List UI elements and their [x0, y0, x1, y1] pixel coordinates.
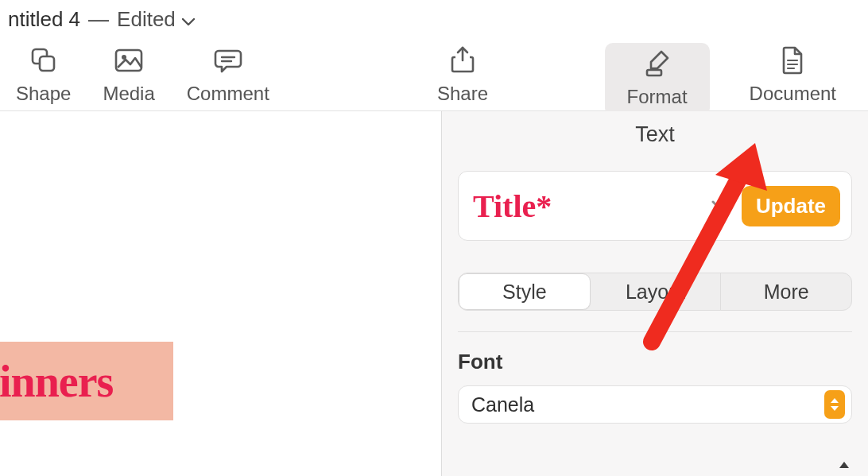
- divider: [458, 331, 852, 332]
- font-family-value: Canela: [471, 393, 824, 416]
- stepper-icon[interactable]: [824, 390, 845, 419]
- inspector-title: Text: [442, 111, 868, 150]
- font-family-select[interactable]: Canela: [458, 385, 852, 424]
- shape-label: Shape: [16, 83, 71, 105]
- media-icon: [114, 45, 143, 76]
- font-section: Font Canela: [458, 350, 852, 424]
- inspector-tabs: Style Layout More: [458, 273, 852, 311]
- chevron-down-icon[interactable]: [708, 200, 732, 211]
- document-canvas[interactable]: inners: [0, 111, 441, 476]
- svg-rect-6: [647, 70, 661, 75]
- paragraph-style-name[interactable]: Title*: [473, 188, 699, 225]
- document-button[interactable]: Document: [734, 45, 852, 105]
- font-section-label: Font: [458, 350, 852, 374]
- share-label: Share: [437, 83, 488, 105]
- document-label: Document: [750, 83, 836, 105]
- chevron-down-icon[interactable]: [182, 7, 195, 32]
- paragraph-style-card: Title* Update: [458, 171, 852, 241]
- document-status[interactable]: Edited: [117, 7, 176, 32]
- comment-button[interactable]: Comment: [171, 45, 285, 105]
- chevron-up-icon[interactable]: [835, 462, 854, 474]
- tab-more[interactable]: More: [721, 273, 851, 310]
- main-area: inners Text Title* Update Style Layout M…: [0, 111, 868, 476]
- selected-text: inners: [0, 356, 113, 407]
- tab-layout[interactable]: Layout: [591, 273, 722, 310]
- document-title: ntitled 4: [8, 7, 80, 32]
- toolbar: Shape Media Comment: [0, 38, 868, 111]
- document-icon: [781, 45, 804, 76]
- inspector-panel: Text Title* Update Style Layout More Fon…: [441, 111, 868, 476]
- format-icon: [644, 48, 671, 79]
- format-button[interactable]: Format: [605, 43, 710, 116]
- tab-style[interactable]: Style: [459, 273, 591, 310]
- window-titlebar: ntitled 4 — Edited: [0, 0, 868, 38]
- update-style-button[interactable]: Update: [742, 186, 840, 226]
- share-button[interactable]: Share: [421, 45, 504, 105]
- format-label: Format: [627, 86, 688, 108]
- media-label: Media: [103, 83, 154, 105]
- text-selection: inners: [0, 342, 173, 420]
- title-separator: —: [88, 7, 109, 32]
- shape-icon: [30, 45, 57, 76]
- shape-button[interactable]: Shape: [0, 45, 87, 105]
- comment-label: Comment: [187, 83, 269, 105]
- svg-rect-1: [40, 56, 54, 71]
- share-icon: [451, 45, 475, 76]
- comment-icon: [214, 45, 242, 76]
- media-button[interactable]: Media: [87, 45, 170, 105]
